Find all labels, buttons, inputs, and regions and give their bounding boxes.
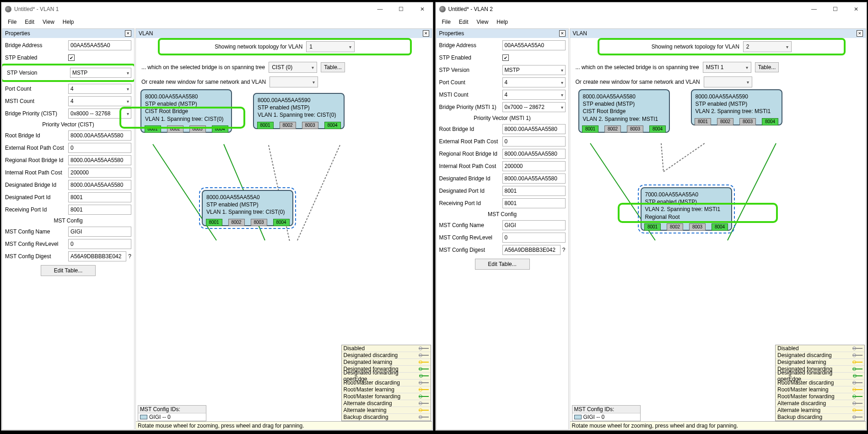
legend-row: Disabled <box>776 345 864 352</box>
table-button[interactable]: Table... <box>321 62 345 72</box>
legend: DisabledDesignated discardingDesignated … <box>341 345 431 421</box>
designated-bridge-id <box>68 180 131 190</box>
ext-root-path <box>68 143 131 153</box>
app-icon <box>439 6 446 12</box>
app-window-1: Untitled* - VLAN 1 — ☐ ✕ File Edit View … <box>1 2 433 431</box>
digest-help-icon[interactable]: ? <box>562 247 566 253</box>
panel-close-icon[interactable]: ✕ <box>423 30 429 37</box>
port[interactable]: 8002 <box>280 122 296 129</box>
bridge-address-input[interactable] <box>68 40 131 50</box>
spanning-tree-select[interactable]: CIST (0) <box>269 62 317 73</box>
port[interactable]: 8001 <box>582 125 598 133</box>
topology-canvas[interactable]: 8000.00AA55AA5580 STP enabled (MSTP) CIS… <box>138 89 430 282</box>
vlan-select[interactable]: 1 <box>306 41 355 52</box>
vlan-panel: VLAN ✕ Showing network topology for VLAN… <box>135 28 432 430</box>
table-button[interactable]: Table... <box>755 62 779 72</box>
mst-config-rev-input[interactable] <box>502 233 566 243</box>
port[interactable]: 8003 <box>627 125 643 133</box>
stp-enabled-checkbox[interactable]: ✔ <box>68 54 75 61</box>
legend-row: Designated forwarding operEdge <box>776 373 864 380</box>
legend-row: Designated learning <box>776 359 864 366</box>
maximize-button[interactable]: ☐ <box>825 2 846 16</box>
mst-config-name-input[interactable] <box>68 227 131 237</box>
port[interactable]: 8004 <box>762 118 778 125</box>
port[interactable]: 8002 <box>228 219 245 226</box>
close-button[interactable]: ✕ <box>412 2 433 16</box>
window-title: Untitled* - VLAN 1 <box>14 6 59 12</box>
port[interactable]: 8003 <box>689 223 706 231</box>
mst-config-name-input[interactable] <box>502 220 566 230</box>
bridge-address-input[interactable] <box>502 40 566 50</box>
port[interactable]: 8002 <box>604 125 621 133</box>
digest-help-icon[interactable]: ? <box>128 253 131 260</box>
port[interactable]: 8004 <box>649 125 666 133</box>
port-count-select[interactable]: 4 <box>502 77 566 87</box>
port[interactable]: 8001 <box>695 118 711 125</box>
statusbar: Rotate mouse wheel for zooming, press wh… <box>136 421 432 429</box>
minimize-button[interactable]: — <box>370 2 391 16</box>
svg-line-5 <box>661 143 663 172</box>
minimize-button[interactable]: — <box>803 2 825 16</box>
menu-help[interactable]: Help <box>493 18 512 26</box>
port[interactable]: 8003 <box>302 122 318 129</box>
menu-view[interactable]: View <box>473 18 492 26</box>
port[interactable]: 8004 <box>273 219 290 226</box>
legend-row: Backup discarding <box>776 414 864 421</box>
new-window-select[interactable] <box>704 76 752 87</box>
port[interactable]: 8003 <box>251 219 267 226</box>
menu-edit[interactable]: Edit <box>21 18 38 26</box>
app-window-2: Untitled* - VLAN 2 — ☐ ✕ File Edit View … <box>435 2 868 431</box>
menu-file[interactable]: File <box>438 18 454 26</box>
topology-canvas[interactable]: 8000.00AA55AA5580 STP enabled (MSTP) CIS… <box>572 89 864 282</box>
port[interactable]: 8001 <box>206 219 222 226</box>
port[interactable]: 8004 <box>324 122 341 129</box>
bridge-node-selected[interactable]: 8000.00AA55AA55A0 STP enabled (MSTP) VLA… <box>202 190 293 226</box>
maximize-button[interactable]: ☐ <box>391 2 412 16</box>
port[interactable]: 8004 <box>712 223 728 231</box>
menu-help[interactable]: Help <box>59 18 78 26</box>
port[interactable]: 8002 <box>717 118 733 125</box>
menubar: File Edit View Help <box>436 16 867 28</box>
edit-table-button[interactable]: Edit Table... <box>41 265 96 276</box>
panel-close-icon[interactable]: ✕ <box>559 30 566 37</box>
statusbar: Rotate mouse wheel for zooming, press wh… <box>570 421 866 429</box>
titlebar[interactable]: Untitled* - VLAN 1 — ☐ ✕ <box>1 2 433 16</box>
mst-config-rev-input[interactable] <box>68 239 131 249</box>
port-count-select[interactable]: 4 <box>68 84 131 94</box>
designated-port-id <box>68 192 131 202</box>
stp-enabled-checkbox[interactable]: ✔ <box>502 54 509 61</box>
legend-row: Root/Master learning <box>776 386 864 393</box>
new-window-select[interactable] <box>270 76 318 87</box>
close-button[interactable]: ✕ <box>846 2 867 16</box>
msti-count-select[interactable]: 4 <box>68 96 131 106</box>
menu-file[interactable]: File <box>4 18 20 26</box>
bridge-node[interactable]: 8000.00AA55AA5590 STP enabled (MSTP) VLA… <box>691 89 782 125</box>
legend-row: Root/Master forwarding <box>342 393 431 400</box>
menu-view[interactable]: View <box>39 18 58 26</box>
menubar: File Edit View Help <box>1 16 433 28</box>
stp-version-select[interactable]: MSTP <box>70 68 131 78</box>
edit-table-button[interactable]: Edit Table... <box>475 259 530 270</box>
port[interactable]: 8001 <box>644 223 661 231</box>
bridge-priority-select[interactable]: 0x7000 -- 28672 <box>502 102 566 112</box>
vlan-select[interactable]: 2 <box>743 41 792 52</box>
bridge-node[interactable]: 8000.00AA55AA5580 STP enabled (MSTP) CIS… <box>578 89 670 133</box>
spanning-tree-select[interactable]: MSTI 1 <box>703 62 751 73</box>
port[interactable]: 8001 <box>257 122 274 129</box>
stp-version-select[interactable]: MSTP <box>502 65 566 75</box>
msti-count-select[interactable]: 4 <box>502 90 566 100</box>
legend-row: Disabled <box>342 345 431 352</box>
titlebar[interactable]: Untitled* - VLAN 2 — ☐ ✕ <box>436 2 867 16</box>
legend-row: Designated forwarding operEdge <box>342 373 431 380</box>
menu-edit[interactable]: Edit <box>455 18 472 26</box>
panel-close-icon[interactable]: ✕ <box>125 30 131 37</box>
legend-row: Designated learning <box>342 359 431 366</box>
vlan-select-highlight: Showing network topology for VLAN 1 <box>158 38 412 55</box>
port[interactable]: 8003 <box>739 118 756 125</box>
bridge-node[interactable]: 8000.00AA55AA5590 STP enabled (MSTP) VLA… <box>253 93 345 129</box>
legend-row: Alternate learning <box>776 407 864 414</box>
port[interactable]: 8002 <box>667 223 683 231</box>
svg-line-7 <box>728 143 776 240</box>
panel-close-icon[interactable]: ✕ <box>857 30 863 37</box>
window-title: Untitled* - VLAN 2 <box>448 6 493 12</box>
